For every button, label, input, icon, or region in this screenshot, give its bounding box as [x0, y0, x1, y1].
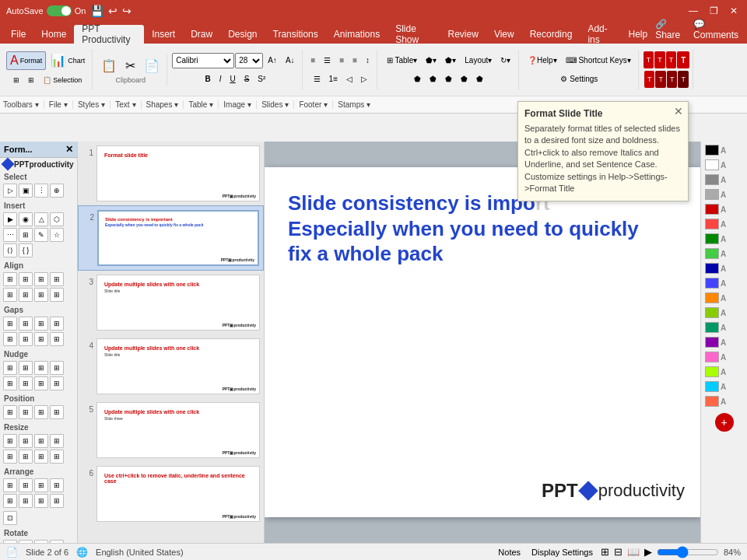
close-button[interactable]: ✕ [727, 4, 741, 18]
file-expand-icon[interactable]: ▾ [64, 100, 68, 109]
table-expand-icon[interactable]: ▾ [209, 100, 213, 109]
nudge-icon-4[interactable]: ⊞ [50, 361, 64, 375]
arrange-icon-6[interactable]: ⊞ [19, 494, 33, 508]
select-icon-2[interactable]: ▣ [19, 184, 33, 198]
select-icon-3[interactable]: ⋮ [34, 184, 48, 198]
red-btn3[interactable]: T [666, 51, 677, 68]
gaps-icon-3[interactable]: ⊞ [34, 317, 48, 331]
resize-icon-4[interactable]: ⊞ [50, 434, 64, 448]
resize-icon-1[interactable]: ⊞ [3, 434, 17, 448]
normal-view-btn[interactable]: ⊞ [601, 546, 609, 558]
decrease-font-btn[interactable]: A↓ [282, 52, 299, 69]
slide-canvas[interactable]: Slide consistency is import Especially w… [265, 167, 700, 517]
help-btn[interactable]: ❓Help▾ [524, 52, 561, 69]
slide-thumb-4[interactable]: 4 Update multiple slides with one click … [78, 334, 264, 398]
increase-font-btn[interactable]: A↑ [264, 52, 281, 69]
obj-btn3[interactable]: ⬟ [441, 71, 456, 88]
arrange-icon-4[interactable]: ⊞ [50, 478, 64, 492]
image-expand-icon[interactable]: ▾ [247, 100, 251, 109]
tab-addins[interactable]: Add-ins [580, 25, 620, 44]
styles-expand-icon[interactable]: ▾ [101, 100, 105, 109]
insert-icon-1[interactable]: ▶ [3, 212, 17, 226]
color-gray1[interactable] [705, 174, 719, 185]
nudge-icon-6[interactable]: ⊞ [19, 376, 33, 390]
comments-button[interactable]: 💬 Comments [693, 19, 739, 40]
position-icon-3[interactable]: ⊞ [34, 405, 48, 419]
red-btn2[interactable]: T [654, 51, 665, 68]
slide-thumb-1[interactable]: 1 Format slide title PPT▣productivity [78, 142, 264, 205]
color-blue2[interactable] [705, 278, 719, 289]
color-teal[interactable] [705, 322, 719, 333]
insert-icon-7[interactable]: ✎ [34, 228, 48, 242]
arrange-icon-3[interactable]: ⊞ [34, 478, 48, 492]
insert-icon-4[interactable]: ⬡ [50, 212, 64, 226]
clipboard-btn3[interactable]: 📄 [140, 56, 163, 75]
number-list-btn[interactable]: 1≡ [325, 71, 342, 88]
insert-icon-2[interactable]: ◉ [19, 212, 33, 226]
resize-icon-8[interactable]: ⊞ [50, 450, 64, 464]
insert-icon-6[interactable]: ⊞ [19, 228, 33, 242]
tab-home[interactable]: Home [33, 25, 74, 44]
nudge-icon-3[interactable]: ⊞ [34, 361, 48, 375]
strikethrough-btn[interactable]: S [240, 71, 254, 88]
position-icon-2[interactable]: ⊞ [19, 405, 33, 419]
format-title-btn[interactable]: T [677, 51, 689, 68]
slide-thumb-5[interactable]: 5 Update multiple slides with one click … [78, 398, 264, 462]
share-button[interactable]: 🔗 Share [655, 19, 686, 40]
clipboard-btn2[interactable]: ✂ [121, 56, 139, 75]
stamps-expand-icon[interactable]: ▾ [366, 100, 370, 109]
save-icon[interactable]: 💾 [90, 5, 103, 17]
gaps-icon-4[interactable]: ⊞ [50, 317, 64, 331]
format-button[interactable]: A Format [6, 51, 46, 70]
red-btn7[interactable]: T [678, 71, 689, 88]
insert-icon-9[interactable]: ⟨⟩ [3, 243, 17, 257]
color-white[interactable] [705, 159, 719, 170]
indent-less-btn[interactable]: ◁ [342, 71, 356, 88]
insert-icon-10[interactable]: { } [19, 243, 33, 257]
selection-button[interactable]: 📋 Selection [39, 72, 86, 89]
arrange-btn[interactable]: ⬟▾ [441, 52, 460, 69]
select-icon-1[interactable]: ▷ [3, 184, 17, 198]
color-coral[interactable] [705, 396, 719, 407]
maximize-button[interactable]: ❐ [707, 4, 721, 18]
rotate-btn[interactable]: ↻▾ [496, 52, 514, 69]
tab-review[interactable]: Review [440, 25, 486, 44]
align-right-btn[interactable]: ≡ [335, 52, 348, 69]
tab-help[interactable]: Help [620, 25, 655, 44]
tab-recording[interactable]: Recording [522, 25, 580, 44]
tab-transitions[interactable]: Transitions [265, 25, 326, 44]
color-black[interactable] [705, 145, 719, 156]
color-green2[interactable] [705, 248, 719, 259]
align-left-btn[interactable]: ≡ [307, 52, 320, 69]
obj-btn4[interactable]: ⬟ [457, 71, 472, 88]
slides-expand-icon[interactable]: ▾ [285, 100, 289, 109]
align-icon-7[interactable]: ⊞ [34, 288, 48, 302]
tab-draw[interactable]: Draw [183, 25, 220, 44]
resize-icon-2[interactable]: ⊞ [19, 434, 33, 448]
gaps-icon-8[interactable]: ⊞ [50, 332, 64, 346]
tab-view[interactable]: View [486, 25, 522, 44]
resize-icon-3[interactable]: ⊞ [34, 434, 48, 448]
display-settings-button[interactable]: Display Settings [528, 548, 596, 557]
align-icon-4[interactable]: ⊞ [50, 272, 64, 286]
color-pink[interactable] [705, 352, 719, 362]
tab-slideshow[interactable]: Slide Show [388, 25, 440, 44]
red-btn5[interactable]: T [655, 71, 666, 88]
tab-animations[interactable]: Animations [326, 25, 388, 44]
color-red1[interactable] [705, 204, 719, 215]
format-btn1[interactable]: ⊞ [9, 72, 23, 89]
clipboard-btn1[interactable]: 📋 [97, 56, 121, 75]
minimize-button[interactable]: — [686, 4, 700, 18]
align-center-btn[interactable]: ☰ [320, 52, 335, 69]
insert-icon-8[interactable]: ☆ [50, 228, 64, 242]
tooltip-close-button[interactable]: ✕ [674, 105, 683, 117]
red-btn1[interactable]: T [644, 51, 654, 68]
gaps-icon-6[interactable]: ⊞ [19, 332, 33, 346]
red-btn4[interactable]: T [644, 71, 655, 88]
align-icon-8[interactable]: ⊞ [50, 288, 64, 302]
align-icon-2[interactable]: ⊞ [19, 272, 33, 286]
settings-btn[interactable]: ⚙ Settings [556, 71, 601, 88]
nudge-icon-7[interactable]: ⊞ [34, 376, 48, 390]
chart-button[interactable]: 📊 Chart [47, 51, 89, 70]
gaps-icon-2[interactable]: ⊞ [19, 317, 33, 331]
